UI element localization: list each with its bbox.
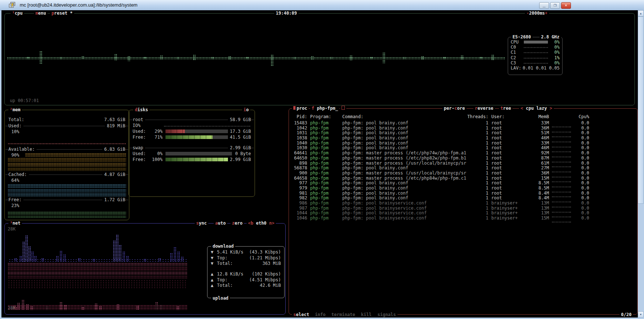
close-button[interactable]: ✕ [561, 2, 571, 9]
download-graph-spike [144, 259, 146, 262]
device-prev-button[interactable]: <b [248, 221, 253, 226]
process-row[interactable]: 979php-fpmphp-fpm: pool brainy.conf1root… [289, 186, 637, 191]
mem-available-graph [8, 163, 126, 167]
proc-threads: 1 [466, 141, 488, 146]
process-row[interactable]: 1038php-fpmphp-fpm: pool brainy.conf1roo… [289, 136, 637, 141]
scroll-thumb[interactable] [638, 16, 644, 204]
proc-mem: 8.5M [531, 181, 549, 186]
sync-button[interactable]: sync [195, 221, 208, 226]
process-row[interactable]: 1031php-fpmphp-fpm: pool brainy.conf1roo… [289, 131, 637, 136]
column-threads[interactable]: Threads: [466, 115, 488, 120]
mem-used-label: Used: [8, 123, 23, 128]
process-row[interactable]: 1044php-fpmphp-fpm: pool brainyservice.c… [289, 211, 637, 216]
putty-icon [9, 2, 15, 8]
proc-cpu: 0.0 [575, 151, 589, 156]
filter-clear-button[interactable] [340, 106, 346, 111]
proc-user: root [488, 136, 529, 141]
column-program[interactable]: Program: [310, 115, 339, 120]
download-graph-spike [34, 256, 37, 262]
proc-threads: 1 [466, 196, 488, 201]
select-button[interactable]: select [293, 312, 309, 317]
process-row[interactable]: 982php-fpmphp-fpm: pool brainy.conf1root… [289, 196, 637, 201]
column-pid[interactable]: Pid: [291, 115, 307, 120]
process-row[interactable]: 981php-fpmphp-fpm: pool brainy.conf1root… [289, 191, 637, 196]
process-row[interactable]: 977php-fpmphp-fpm: pool brainy.conf1root… [289, 181, 637, 186]
process-row[interactable]: 987php-fpmphp-fpm: pool brainyservice.co… [289, 206, 637, 211]
terminate-button[interactable]: terminate [331, 312, 355, 317]
process-row[interactable]: 900php-fpmphp-fpm: master process (/usr/… [289, 171, 637, 176]
proc-threads: 1 [466, 121, 488, 126]
disk-io-row: IO% [133, 123, 251, 128]
mem-cached-label: Cached: [8, 172, 29, 177]
kill-button[interactable]: kill [361, 312, 371, 317]
proc-cpu: 0.0 [575, 131, 589, 136]
proc-cpu: 0.0 [575, 141, 589, 146]
per-core-button[interactable]: per-core [442, 106, 466, 111]
column-mem[interactable]: MemB [531, 115, 549, 120]
proc-command: php-fpm: pool brainyservice.conf [342, 206, 466, 211]
proc-box-title-label: proc [297, 106, 307, 111]
sort-next-button[interactable]: > [550, 106, 552, 111]
sort-label: cpu lazy [523, 106, 549, 111]
menu-button[interactable]: menu [34, 11, 47, 16]
upload-title: upload [211, 296, 230, 301]
process-row[interactable]: 64658php-fpmphp-fpm: master process (/et… [289, 176, 637, 181]
swap-row: swap 2.99 GiB [133, 145, 251, 150]
filter-field[interactable]: f php-fpm_ [310, 106, 339, 111]
io-mode-button[interactable]: io [242, 107, 250, 112]
process-row[interactable]: 1042php-fpmphp-fpm: pool brainy.conf1roo… [289, 126, 637, 131]
process-row[interactable]: 64641php-fpmphp-fpm: master process (/et… [289, 151, 637, 156]
zero-button[interactable]: zero [230, 221, 244, 226]
auto-button[interactable]: auto [214, 221, 227, 226]
mem-free-row: Free: 1.72 GiB [8, 197, 125, 202]
net-stats-panel: download ▼ 5.41 KiB/s (43.3 Kibps) ▼ Top… [207, 246, 285, 298]
proc-mem: 8.4M [531, 196, 549, 201]
process-row[interactable]: 1030php-fpmphp-fpm: pool brainy.conf1roo… [289, 146, 637, 151]
proc-user: root [488, 161, 529, 166]
download-speed-bits: (43.3 Kibps) [243, 249, 281, 255]
reverse-button[interactable]: reverse [473, 106, 495, 111]
process-row[interactable]: 15483php-fpmphp-fpm: pool brainy.conf1ro… [289, 121, 637, 126]
minimize-button[interactable]: — [539, 2, 549, 9]
mem-box-title[interactable]: ²mem [8, 107, 22, 112]
scroll-up-button[interactable]: ▲ [638, 10, 644, 16]
proc-mem: 13M [531, 211, 549, 216]
proc-cpu: 0.0 [575, 176, 589, 181]
mem-cached-percent: 64% [11, 178, 125, 183]
io-button-label: o [246, 107, 249, 112]
proc-pid: 981 [291, 191, 307, 196]
cpu-box-title[interactable]: ¹cpu [11, 11, 24, 16]
signals-button[interactable]: signals [377, 312, 396, 317]
process-row[interactable]: 1046php-fpmphp-fpm: pool brainyservice.c… [289, 216, 637, 221]
disk-used-percent: 29% [149, 129, 163, 134]
interval-plus-button[interactable]: + [545, 11, 548, 16]
titlebar[interactable]: mc [root@ub24.itdeveloper.com.ua]:/lib/s… [0, 0, 644, 11]
column-cpu[interactable]: Cpu% [575, 115, 589, 120]
process-row[interactable]: 898php-fpmphp-fpm: master process (/usr/… [289, 161, 637, 166]
scroll-down-button[interactable]: ▼ [638, 311, 644, 318]
process-row[interactable]: 56878php-fpmphp-fpm: pool brainy.conf1ro… [289, 166, 637, 171]
process-row[interactable]: 986php-fpmphp-fpm: pool brainyservice.co… [289, 201, 637, 206]
disk-used-label: Used: [133, 129, 146, 134]
scrollbar[interactable]: ▲ ▼ [638, 10, 644, 318]
column-user[interactable]: User: [488, 115, 529, 120]
mem-free-graph [8, 215, 126, 218]
upload-graph-spike [81, 307, 84, 310]
proc-mem: 92M [531, 151, 549, 156]
info-button[interactable]: info [315, 312, 325, 317]
process-row[interactable]: 64650php-fpmphp-fpm: master process (/et… [289, 156, 637, 161]
cpu-graph-spike [311, 56, 314, 60]
process-row[interactable]: 1040php-fpmphp-fpm: pool brainy.conf1roo… [289, 141, 637, 146]
column-command[interactable]: Command: [342, 115, 466, 120]
core-label: C0 [511, 45, 524, 50]
preset-button[interactable]: preset * [50, 11, 74, 16]
upload-top-row: ▲ Top: (4.51 Mibps) [207, 277, 284, 283]
maximize-button[interactable]: ❐ [550, 2, 560, 9]
core-label: C3 [511, 60, 524, 65]
tree-button[interactable]: tree [499, 106, 512, 111]
net-box-title[interactable]: ³net [8, 221, 22, 226]
disks-box-title: disks [133, 107, 149, 112]
download-arrow-icon: ▼ [211, 249, 217, 255]
device-next-button[interactable]: n> [269, 221, 274, 226]
swap-used-meter [165, 152, 232, 155]
